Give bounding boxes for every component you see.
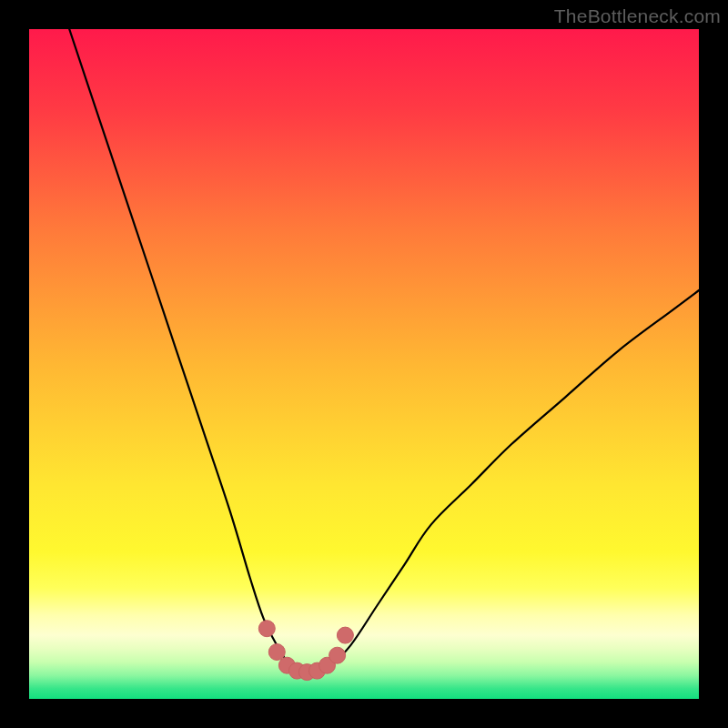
watermark-text: TheBottleneck.com (554, 5, 721, 27)
trough-marker (268, 644, 285, 661)
trough-marker-group (258, 621, 353, 681)
plot-area (29, 29, 699, 699)
trough-marker (258, 621, 275, 637)
bottleneck-curve (69, 29, 699, 673)
trough-marker (329, 647, 346, 663)
trough-marker (337, 627, 353, 643)
chart-frame: TheBottleneck.com (0, 0, 728, 728)
curve-layer (29, 29, 699, 699)
